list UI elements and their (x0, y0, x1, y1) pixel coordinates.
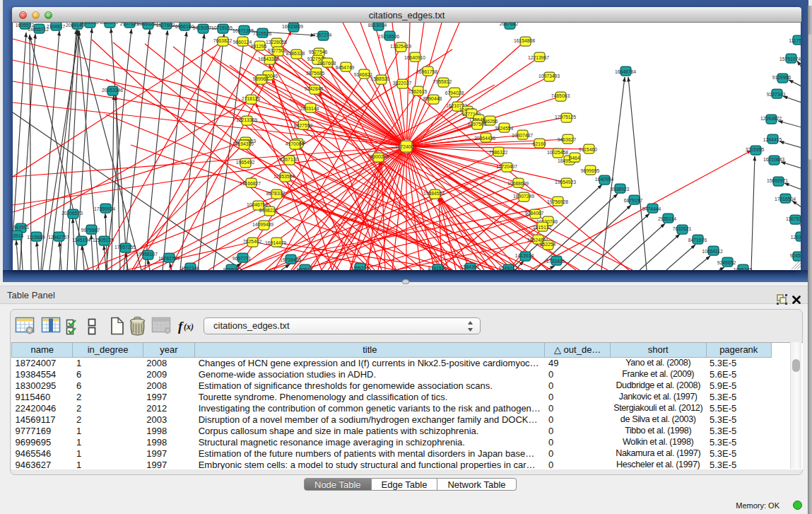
svg-text:18724007: 18724007 (395, 144, 416, 149)
svg-text:9605313: 9605313 (80, 23, 99, 25)
svg-text:924501: 924501 (790, 253, 801, 258)
svg-text:8741530: 8741530 (428, 266, 447, 270)
svg-text:13325419: 13325419 (390, 44, 411, 49)
svg-text:2803144: 2803144 (300, 106, 319, 111)
svg-text:9129966: 9129966 (772, 75, 792, 80)
svg-text:2687682: 2687682 (500, 23, 519, 26)
svg-text:7515526: 7515526 (253, 31, 272, 36)
svg-text:16194379: 16194379 (233, 141, 254, 146)
svg-text:1860371: 1860371 (100, 23, 119, 25)
svg-text:8990448: 8990448 (423, 96, 442, 101)
svg-text:1115689: 1115689 (27, 235, 45, 240)
svg-text:19384554: 19384554 (423, 191, 445, 196)
svg-text:1588520: 1588520 (371, 76, 390, 81)
svg-text:62160: 62160 (533, 141, 546, 146)
svg-text:16648784: 16648784 (615, 69, 636, 74)
svg-text:1167533: 1167533 (786, 216, 801, 221)
svg-text:4170064: 4170064 (286, 141, 305, 146)
svg-text:9975867: 9975867 (81, 228, 100, 233)
svg-text:6794028: 6794028 (445, 90, 464, 95)
svg-text:9084067: 9084067 (525, 211, 544, 216)
svg-text:1527602: 1527602 (156, 23, 175, 28)
svg-text:12093822: 12093822 (760, 116, 782, 121)
svg-text:16543382: 16543382 (258, 57, 279, 62)
svg-text:9245012: 9245012 (499, 266, 518, 270)
svg-text:10807487: 10807487 (512, 133, 533, 138)
svg-text:8427552: 8427552 (294, 123, 313, 128)
svg-text:16914479: 16914479 (265, 240, 286, 245)
svg-text:10671355: 10671355 (233, 28, 254, 33)
svg-text:7955812: 7955812 (433, 79, 452, 84)
svg-text:12213369: 12213369 (236, 117, 257, 122)
svg-text:16640910: 16640910 (404, 55, 425, 60)
svg-text:20206573: 20206573 (61, 211, 83, 216)
svg-text:1965492: 1965492 (236, 160, 255, 165)
svg-text:8471676: 8471676 (688, 238, 707, 243)
svg-text:3824554: 3824554 (495, 126, 514, 131)
svg-text:15751074: 15751074 (779, 57, 801, 62)
svg-text:12353594: 12353594 (273, 174, 295, 179)
svg-text:1615132: 1615132 (533, 225, 552, 230)
svg-text:1640954: 1640954 (595, 177, 614, 182)
svg-text:16210643: 16210643 (763, 157, 784, 162)
svg-text:19958107: 19958107 (136, 252, 158, 257)
svg-text:18300295: 18300295 (367, 154, 389, 159)
svg-text:975503: 975503 (223, 267, 240, 270)
svg-text:1943501: 1943501 (13, 225, 29, 230)
svg-text:16961758: 16961758 (416, 69, 437, 74)
svg-text:10973493: 10973493 (539, 74, 560, 78)
svg-text:13226058: 13226058 (266, 40, 287, 45)
svg-text:9146821: 9146821 (354, 72, 373, 77)
svg-text:10853257: 10853257 (137, 23, 158, 26)
svg-text:9415007: 9415007 (193, 25, 212, 30)
svg-text:3875685: 3875685 (306, 71, 325, 76)
svg-text:10719155: 10719155 (211, 25, 233, 30)
svg-text:12213967: 12213967 (528, 55, 549, 60)
svg-text:9245652: 9245652 (717, 260, 736, 265)
svg-text:20364436: 20364436 (474, 136, 495, 141)
svg-text:10688609: 10688609 (507, 181, 529, 186)
svg-text:1733426: 1733426 (546, 259, 565, 264)
svg-text:6879197: 6879197 (624, 198, 643, 203)
svg-text:1145194: 1145194 (72, 238, 90, 243)
svg-text:6497508: 6497508 (468, 122, 487, 127)
svg-text:1362615: 1362615 (408, 89, 428, 94)
svg-text:1584301: 1584301 (461, 264, 480, 269)
svg-text:7485063: 7485063 (551, 93, 570, 98)
svg-text:8186328: 8186328 (286, 51, 305, 56)
svg-text:2718126: 2718126 (242, 96, 261, 101)
svg-text:10046756: 10046756 (247, 202, 268, 207)
svg-text:891295: 891295 (251, 44, 267, 49)
svg-text:19756928: 19756928 (547, 199, 568, 204)
svg-text:989961: 989961 (253, 76, 269, 81)
svg-text:20053346: 20053346 (102, 88, 123, 93)
svg-text:7357274: 7357274 (313, 33, 332, 37)
svg-text:16782759: 16782759 (158, 256, 180, 261)
svg-text:14055712: 14055712 (28, 27, 49, 32)
svg-text:12505135: 12505135 (93, 238, 114, 243)
svg-text:7986322: 7986322 (489, 150, 508, 155)
svg-text:9699695: 9699695 (581, 168, 600, 173)
svg-text:2935114: 2935114 (658, 216, 676, 221)
svg-text:9115460: 9115460 (579, 147, 597, 152)
svg-text:14099489: 14099489 (252, 222, 273, 227)
svg-text:3215955: 3215955 (746, 147, 765, 152)
svg-text:8267130: 8267130 (280, 157, 299, 162)
svg-text:16154808: 16154808 (514, 38, 535, 43)
svg-text:7663822: 7663822 (213, 38, 233, 43)
svg-text:7625402: 7625402 (243, 239, 262, 244)
svg-text:2967608: 2967608 (317, 61, 336, 66)
svg-text:15720407: 15720407 (496, 164, 517, 169)
svg-text:920514: 920514 (297, 267, 313, 270)
svg-text:9474444: 9474444 (642, 206, 661, 211)
svg-text:9327508: 9327508 (268, 48, 287, 53)
svg-text:1413614: 1413614 (515, 253, 534, 258)
svg-text:19166827: 19166827 (240, 181, 261, 186)
svg-text:9464: 9464 (569, 156, 579, 160)
svg-text:12942757: 12942757 (48, 235, 69, 240)
svg-text:10654112: 10654112 (702, 249, 723, 254)
svg-text:8678332: 8678332 (266, 191, 286, 196)
svg-text:9227343: 9227343 (767, 92, 786, 97)
svg-text:252254: 252254 (540, 242, 556, 247)
svg-text:8454749: 8454749 (336, 65, 355, 70)
